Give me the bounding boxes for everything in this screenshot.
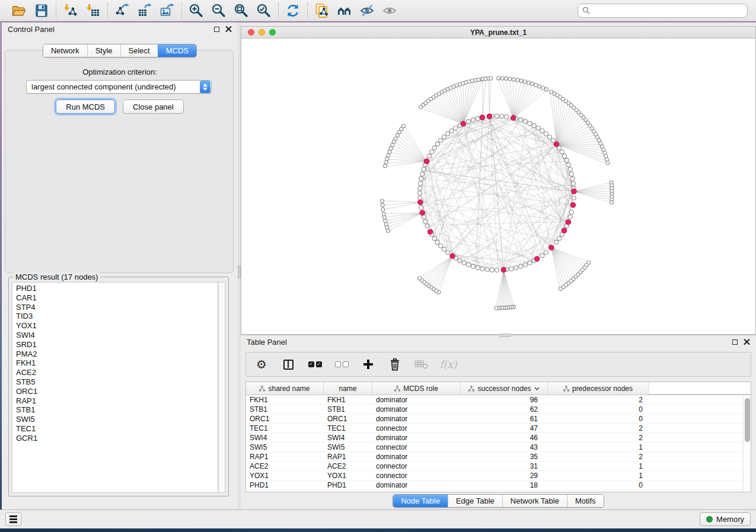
mcds-node[interactable] [450, 254, 455, 258]
mcds-node-item[interactable]: PMA2 [16, 350, 218, 359]
cell-successor-nodes: 31 [461, 462, 548, 470]
mcds-node-item[interactable]: STP4 [16, 303, 218, 312]
tab-select[interactable]: Select [120, 44, 158, 57]
mcds-node-item[interactable]: RAP1 [16, 396, 218, 406]
table-row[interactable]: FKH1FKH1dominator962 [246, 395, 751, 405]
mcds-node-item[interactable]: CAR1 [16, 293, 218, 303]
memory-button[interactable]: Memory [700, 512, 751, 526]
cell-shared-name: FKH1 [246, 395, 324, 404]
refresh-layout-button[interactable] [284, 2, 302, 20]
new-column-icon[interactable] [361, 357, 375, 371]
table-row[interactable]: PHD1PHD1dominator180 [246, 480, 751, 490]
mcds-node-item[interactable]: SRD1 [16, 340, 218, 350]
table-scrollbar[interactable] [743, 396, 751, 492]
run-mcds-button[interactable]: Run MCDS [56, 100, 115, 114]
tab-node-table[interactable]: Node Table [393, 495, 448, 507]
delete-rows-trash-icon[interactable] [388, 357, 402, 371]
show-columns-icon[interactable] [281, 357, 295, 371]
column-type-icon [563, 386, 569, 392]
mcds-node[interactable] [420, 210, 425, 215]
mcds-node-item[interactable]: ACE2 [16, 368, 218, 377]
tab-network[interactable]: Network [43, 44, 87, 57]
mcds-node-item[interactable]: STB5 [16, 377, 218, 387]
tab-network-table[interactable]: Network Table [502, 495, 567, 507]
mcds-node[interactable] [487, 114, 492, 118]
column-header-name[interactable]: name [324, 382, 372, 395]
mcds-node[interactable] [554, 142, 559, 146]
mcds-node[interactable] [562, 228, 566, 233]
mcds-node-item[interactable]: TID3 [16, 312, 218, 321]
mcds-node-item[interactable]: SWI5 [16, 415, 218, 424]
mcds-node[interactable] [549, 245, 554, 250]
mcds-node[interactable] [572, 189, 576, 194]
search-box[interactable] [578, 4, 748, 18]
mcds-node[interactable] [428, 229, 432, 234]
float-table-panel-icon[interactable] [732, 339, 738, 345]
float-panel-icon[interactable] [214, 27, 219, 32]
close-table-panel-icon[interactable] [744, 339, 750, 345]
mcds-node[interactable] [570, 203, 575, 207]
cell-successor-nodes: 18 [461, 480, 548, 489]
mcds-node[interactable] [511, 116, 516, 120]
table-row[interactable]: ACE2ACE2connector311 [246, 462, 751, 471]
tab-mcds[interactable]: MCDS [158, 44, 196, 57]
select-all-rows-icon[interactable]: ✓✓ [308, 357, 322, 371]
column-header-successor-nodes[interactable]: successor nodes [461, 382, 548, 395]
mcds-node[interactable] [480, 115, 484, 120]
mcds-node-item[interactable]: YOX1 [16, 321, 218, 331]
table-scrollbar-thumb[interactable] [745, 398, 750, 442]
close-panel-icon[interactable] [225, 26, 232, 33]
mcds-node-item[interactable]: STB1 [16, 405, 218, 415]
table-row[interactable]: STB1STB1dominator620 [246, 405, 751, 414]
tab-edge-table[interactable]: Edge Table [448, 495, 502, 507]
mcds-node[interactable] [535, 257, 540, 261]
column-header-shared-name[interactable]: shared name [246, 382, 324, 395]
table-row[interactable]: SWI4SWI4dominator462 [246, 433, 751, 443]
export-network-button[interactable] [113, 2, 131, 20]
first-neighbors-button[interactable] [336, 2, 353, 20]
import-table-button[interactable] [84, 2, 102, 20]
task-history-button[interactable] [5, 512, 21, 526]
new-network-from-selection-button[interactable] [313, 2, 331, 20]
zoom-selected-button[interactable] [255, 2, 273, 20]
column-header-MCDS-role[interactable]: MCDS role [372, 382, 461, 395]
mcds-node-item[interactable]: FKH1 [16, 358, 218, 368]
table-row[interactable]: YOX1YOX1connector291 [246, 471, 751, 480]
zoom-out-button[interactable] [210, 2, 228, 20]
mcds-node-item[interactable]: TEC1 [16, 424, 218, 434]
save-session-button[interactable] [33, 2, 50, 20]
mcds-node[interactable] [566, 220, 570, 225]
network-canvas[interactable] [241, 39, 755, 334]
criterion-dropdown-value: largest connected component (undirected) [27, 82, 200, 91]
mcds-node[interactable] [501, 267, 506, 272]
mcds-node-item[interactable]: SWI4 [16, 331, 218, 340]
criterion-dropdown[interactable]: largest connected component (undirected) [26, 80, 212, 94]
table-row[interactable]: TEC1TEC1connector472 [246, 424, 751, 433]
zoom-fit-button[interactable] [232, 2, 250, 20]
table-row[interactable]: SWI5SWI5connector431 [246, 443, 751, 452]
tab-style[interactable]: Style [87, 44, 120, 57]
import-network-button[interactable] [62, 2, 79, 20]
export-image-button[interactable] [158, 2, 176, 20]
export-table-button[interactable] [136, 2, 154, 20]
mcds-node-item[interactable]: PHD1 [16, 284, 218, 293]
show-all-button[interactable] [381, 2, 398, 20]
column-header-predecessor-nodes[interactable]: predecessor nodes [548, 382, 649, 395]
table-mode-gear-icon[interactable]: ⚙ [254, 357, 269, 371]
close-panel-button[interactable]: Close panel [123, 100, 184, 114]
table-row[interactable]: RAP1RAP1dominator352 [246, 452, 751, 462]
mcds-node-item[interactable]: GCR1 [16, 434, 218, 443]
export-network-icon [114, 3, 130, 18]
mcds-node[interactable] [424, 159, 429, 164]
hide-selected-button[interactable] [358, 2, 376, 20]
mcds-node-item[interactable]: ORC1 [16, 387, 218, 396]
open-file-button[interactable] [10, 2, 28, 20]
zoom-in-button[interactable] [187, 2, 205, 20]
mcds-list-scrollbar[interactable] [218, 282, 225, 493]
tab-motifs[interactable]: Motifs [567, 495, 604, 507]
mcds-node[interactable] [418, 200, 423, 204]
deselect-all-rows-icon[interactable] [334, 357, 349, 371]
table-row[interactable]: ORC1ORC1dominator610 [246, 414, 751, 424]
search-input[interactable] [593, 7, 743, 15]
mcds-node[interactable] [461, 121, 465, 126]
